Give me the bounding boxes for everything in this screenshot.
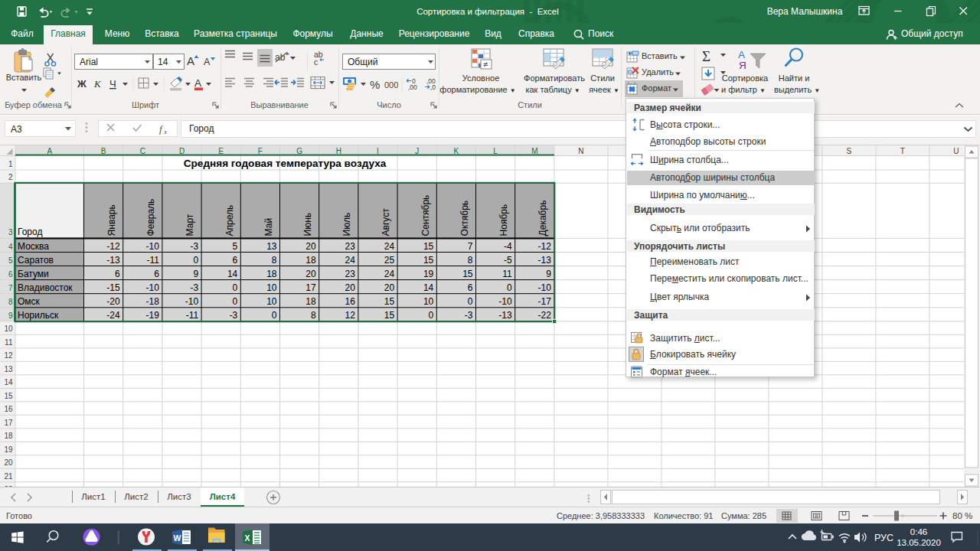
svg-text:-10: -10 — [146, 282, 160, 293]
svg-text:15: 15 — [384, 310, 395, 321]
svg-text:Москва: Москва — [18, 241, 49, 252]
svg-text:15: 15 — [4, 392, 13, 400]
svg-text:A: A — [204, 57, 211, 67]
svg-text:Город: Город — [18, 227, 42, 237]
svg-text:F: F — [258, 147, 263, 155]
svg-text:Май: Май — [263, 218, 274, 236]
svg-text:-11: -11 — [146, 255, 159, 266]
svg-text:14: 14 — [227, 269, 238, 279]
svg-text:18: 18 — [305, 296, 316, 307]
svg-text:M: M — [531, 147, 537, 155]
svg-text:Σ: Σ — [702, 48, 710, 64]
svg-text:10: 10 — [266, 282, 277, 293]
svg-text:23: 23 — [345, 241, 356, 252]
svg-text:А: А — [738, 49, 745, 60]
svg-text:Август: Август — [381, 208, 392, 236]
svg-text:6: 6 — [8, 270, 13, 279]
svg-text:0: 0 — [429, 310, 434, 321]
svg-text:-13: -13 — [498, 310, 512, 321]
svg-text:17: 17 — [305, 282, 316, 293]
svg-text:%: % — [370, 78, 380, 91]
svg-text:80 %: 80 % — [952, 511, 972, 520]
svg-text:-12: -12 — [106, 241, 120, 252]
svg-text:9: 9 — [8, 311, 13, 320]
svg-text:Июнь: Июнь — [302, 213, 313, 236]
svg-text:20: 20 — [305, 241, 316, 252]
svg-text:5: 5 — [233, 241, 238, 252]
svg-text:-17: -17 — [538, 296, 552, 307]
svg-text:20: 20 — [305, 269, 316, 279]
svg-text:-10: -10 — [498, 296, 512, 307]
svg-text:11: 11 — [502, 269, 512, 279]
svg-text:0:46: 0:46 — [910, 527, 927, 536]
svg-text:K: K — [454, 147, 459, 155]
svg-text:3: 3 — [8, 228, 13, 236]
svg-text:10: 10 — [4, 324, 13, 333]
svg-text:13: 13 — [266, 241, 277, 252]
svg-text:x: x — [163, 128, 167, 135]
svg-text:C: C — [140, 147, 145, 155]
svg-text:9: 9 — [546, 269, 551, 279]
svg-text:18: 18 — [266, 269, 277, 279]
svg-text:c: c — [314, 57, 318, 67]
svg-text:13: 13 — [4, 365, 13, 373]
svg-text:Ж: Ж — [77, 78, 87, 90]
svg-text:Июль: Июль — [341, 213, 352, 236]
svg-text:Норильск: Норильск — [18, 310, 59, 321]
svg-text:-10: -10 — [185, 296, 199, 307]
svg-text:A: A — [187, 54, 194, 67]
svg-text:G: G — [296, 147, 302, 155]
svg-text:25: 25 — [384, 255, 395, 266]
svg-text:8: 8 — [311, 310, 316, 321]
svg-text:4: 4 — [8, 243, 13, 251]
svg-text:-13: -13 — [106, 255, 120, 266]
svg-text:000: 000 — [384, 80, 398, 90]
svg-text:-11: -11 — [186, 310, 199, 321]
svg-text:20: 20 — [384, 282, 395, 293]
svg-text:-18: -18 — [146, 296, 160, 307]
svg-text:I: I — [377, 147, 379, 155]
svg-text:11: 11 — [5, 338, 13, 347]
svg-text:W: W — [174, 533, 181, 543]
svg-text:,00: ,00 — [408, 83, 417, 91]
svg-text:S: S — [847, 147, 852, 155]
svg-text:X: X — [245, 533, 250, 543]
svg-text:,0: ,0 — [430, 83, 436, 91]
svg-text:23: 23 — [345, 269, 356, 279]
svg-text:-3: -3 — [465, 310, 473, 321]
svg-text:-3: -3 — [190, 282, 198, 293]
svg-text:Батуми: Батуми — [18, 269, 49, 279]
svg-text:6: 6 — [233, 255, 238, 266]
svg-text:15: 15 — [462, 269, 473, 279]
svg-text:14: 14 — [4, 378, 13, 386]
svg-text:H: H — [336, 147, 341, 155]
svg-text:16: 16 — [4, 405, 13, 413]
svg-text:-22: -22 — [538, 310, 552, 321]
svg-text:15: 15 — [423, 255, 434, 266]
svg-text:Январь: Январь — [106, 204, 117, 236]
svg-text:1: 1 — [8, 160, 13, 168]
svg-text:0: 0 — [468, 296, 473, 307]
svg-text:-12: -12 — [538, 241, 552, 252]
svg-text:16: 16 — [345, 296, 356, 307]
svg-text:U: U — [953, 147, 959, 155]
svg-text:-19: -19 — [146, 310, 160, 321]
svg-text:0: 0 — [233, 296, 238, 307]
svg-text:D: D — [179, 147, 185, 155]
svg-text:24: 24 — [384, 241, 395, 252]
svg-text:-13: -13 — [538, 255, 552, 266]
svg-text:12: 12 — [4, 351, 13, 360]
svg-text:-15: -15 — [106, 282, 120, 293]
svg-text:14: 14 — [423, 282, 434, 293]
svg-text:Ноябрь: Ноябрь — [498, 204, 509, 236]
svg-text:13.05.2020: 13.05.2020 — [897, 538, 941, 547]
svg-text:2: 2 — [8, 173, 13, 181]
svg-text:5: 5 — [8, 256, 13, 265]
svg-text:24: 24 — [384, 269, 395, 279]
svg-text:20: 20 — [345, 282, 356, 293]
svg-text:Владивосток: Владивосток — [18, 282, 73, 293]
svg-text:0: 0 — [507, 282, 512, 293]
svg-text:К: К — [93, 78, 102, 90]
svg-text:Декабрь: Декабрь — [537, 201, 548, 236]
svg-text:7: 7 — [468, 241, 473, 252]
